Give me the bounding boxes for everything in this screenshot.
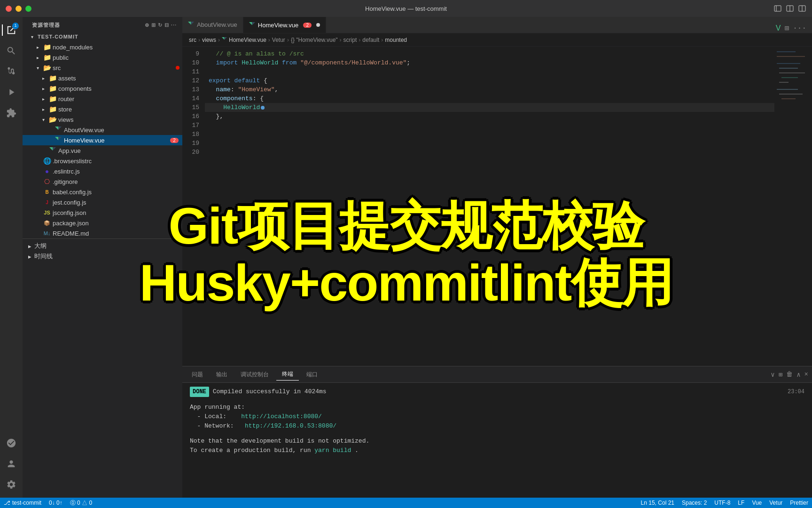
tree-aboutview[interactable]: ▸ AboutView.vue [23,125,182,135]
note2-end: . [355,447,359,454]
chevron-right-icon: ▸ [28,253,31,260]
status-errors[interactable]: ⓪ 0 △ 0 [66,498,96,508]
new-file-icon[interactable]: ⊕ [145,22,149,28]
tab-aboutview[interactable]: AboutView.vue [182,17,243,33]
spaces-label: Spaces: 2 [682,500,707,506]
activity-account[interactable] [2,454,21,473]
tree-readme[interactable]: ▸ M↓ README.md [23,228,182,238]
breadcrumb-script[interactable]: script [344,37,357,43]
network-url[interactable]: http://192.168.0.53:8080/ [245,422,336,429]
panel-tab-output[interactable]: 输出 [211,369,233,381]
svg-rect-18 [777,51,796,52]
minimize-button[interactable] [16,6,22,12]
panel-tab-ports[interactable]: 端口 [301,369,323,381]
status-eol[interactable]: LF [734,498,748,508]
tree-homeview[interactable]: ▸ HomeView.vue 2 [23,135,182,145]
titlebar-icons [773,4,806,13]
tree-components[interactable]: ▸ 📁 components [23,83,182,94]
maximize-panel-icon[interactable]: ∧ [796,371,800,379]
activity-explorer[interactable]: 1 [2,21,21,40]
close-button[interactable] [6,6,12,12]
tree-label-store: store [58,106,182,113]
breadcrumb-default[interactable]: default [362,37,379,43]
split-terminal-icon[interactable]: ⊞ [779,371,782,379]
svg-marker-10 [49,147,53,151]
status-prettier[interactable]: Prettier [786,498,812,508]
status-sync[interactable]: 0↓ 0↑ [45,498,66,508]
sidebar-sections: ▸ 大纲 ▸ 时间线 [23,238,182,263]
activity-source-control[interactable] [2,62,21,81]
tree-jsconfig[interactable]: ▸ JS jsconfig.json [23,207,182,218]
breadcrumb-vetur[interactable]: Vetur [272,37,285,43]
chevron-right-icon: ▸ [39,105,47,113]
tree-browserslistrc[interactable]: ▸ 🌐 .browserslistrc [23,156,182,166]
split-editor-icon[interactable]: ⊞ [785,24,789,33]
activity-extensions[interactable] [2,103,21,122]
more-icon[interactable]: ··· [793,24,806,32]
layout-icon[interactable] [786,4,794,13]
panel-tab-debug[interactable]: 调试控制台 [235,369,274,381]
tree-router[interactable]: ▸ 📁 router [23,94,182,104]
status-language[interactable]: Vue [748,498,765,508]
position-label: Ln 15, Col 21 [641,500,674,506]
close-panel-icon[interactable]: × [804,371,808,378]
status-spaces[interactable]: Spaces: 2 [678,498,710,508]
status-encoding[interactable]: UTF-8 [710,498,734,508]
svg-rect-19 [777,56,805,57]
tree-eslintrc[interactable]: ▸ ● .eslintrc.js [23,166,182,176]
note1: Note that the development build is not o… [190,437,369,444]
tree-label-node-modules: node_modules [53,44,182,51]
spacer [190,397,804,403]
panel-tab-terminal[interactable]: 终端 [276,368,299,381]
sidebar-timeline[interactable]: ▸ 时间线 [23,251,182,262]
tree-label-jsconfig: jsconfig.json [53,209,182,216]
new-folder-icon[interactable]: ⊞ [151,22,156,28]
tree-babel[interactable]: ▸ B babel.config.js [23,187,182,197]
activity-settings[interactable] [2,475,21,494]
sidebar: 资源管理器 ⊕ ⊞ ↻ ⊟ ··· ▾ TEST-COMMIT ▸ 📁 node… [23,17,182,498]
sidebar-toggle-icon[interactable] [773,4,782,13]
breadcrumb-file[interactable]: HomeView.vue [229,37,266,43]
activity-search[interactable] [2,41,21,60]
activity-run[interactable] [2,83,21,102]
tree-gitignore[interactable]: ▸ ⎔ .gitignore [23,176,182,187]
tree-appvue[interactable]: ▸ App.vue [23,145,182,156]
vetur-label: Vetur [769,500,782,506]
tree-label-public: public [53,54,182,61]
breadcrumb-mounted[interactable]: mounted [385,37,407,43]
breadcrumb-src[interactable]: src [189,37,196,43]
browserslist-icon: 🌐 [43,157,51,165]
more-actions-icon[interactable]: ··· [171,22,177,28]
tab-homeview[interactable]: HomeView.vue 2 [243,17,326,33]
tree-src[interactable]: ▾ 📂 src [23,63,182,73]
collapse-icon[interactable]: ⊟ [164,22,169,28]
split-icon[interactable] [798,4,806,13]
activity-remote[interactable] [2,434,21,452]
sidebar-outline[interactable]: ▸ 大纲 [23,241,182,251]
panel-tab-problems[interactable]: 问题 [186,369,209,381]
tree-package[interactable]: ▸ 📦 package.json [23,218,182,228]
chevron-down-icon[interactable]: ∨ [771,371,774,379]
code-lines: // @ is an alias to /src import HelloWor… [205,47,774,366]
tree-jest[interactable]: ▸ J jest.config.js [23,197,182,207]
tree-store[interactable]: ▸ 📁 store [23,104,182,114]
fullscreen-button[interactable] [25,6,31,12]
breadcrumb-views[interactable]: views [202,37,216,43]
status-vetur[interactable]: Vetur [765,498,786,508]
svg-rect-20 [777,63,800,64]
panel: 问题 输出 调试控制台 终端 端口 ∨ ⊞ 🗑 ∧ × DONE [182,366,812,498]
tree-node-modules[interactable]: ▸ 📁 node_modules [23,42,182,52]
refresh-icon[interactable]: ↻ [158,22,163,28]
status-branch[interactable]: ⎇ test-commit [0,498,45,508]
tree-assets[interactable]: ▸ 📁 assets [23,73,182,83]
breadcrumb-scope[interactable]: {} "HomeView.vue" [291,37,338,43]
tree-root[interactable]: ▾ TEST-COMMIT [23,32,182,42]
chevron-right-icon: ▸ [39,74,47,82]
local-url[interactable]: http://localhost:8080/ [241,413,322,420]
traffic-lights [6,6,31,12]
tree-views[interactable]: ▾ 📂 views [23,114,182,125]
status-position[interactable]: Ln 15, Col 21 [637,498,678,508]
trash-icon[interactable]: 🗑 [786,371,793,378]
prettier-label: Prettier [790,500,808,506]
tree-public[interactable]: ▸ 📁 public [23,52,182,63]
